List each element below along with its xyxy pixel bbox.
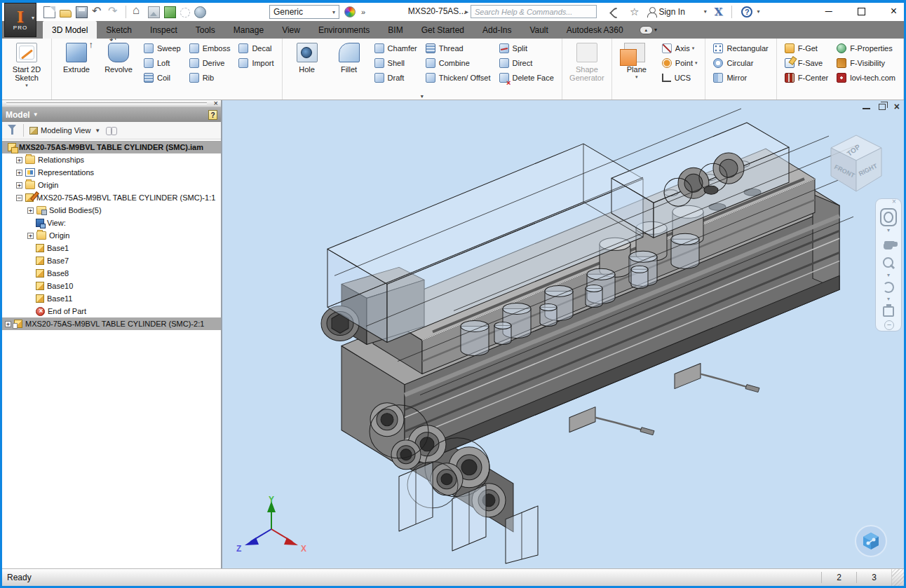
minimize-button[interactable]: ─ (825, 6, 832, 17)
tab-3d-model[interactable]: 3D Model (43, 21, 97, 39)
application-menu-button[interactable]: I PRO ▾ (4, 3, 36, 37)
tab-bim[interactable]: BIM (379, 21, 412, 39)
tree-item-mxs20-75as-m9bvl-table-cylinder-smc-iam[interactable]: MXS20-75AS-M9BVL TABLE CYLINDER (SMC).ia… (2, 141, 221, 153)
tree-item-relationships[interactable]: +Relationships (2, 153, 221, 166)
chevron-down-icon[interactable]: ▼ (33, 111, 208, 118)
tree-item-base8[interactable]: Base8 (2, 267, 221, 280)
tree-item-mxs20-75as-m9bvl-table-cylinder-smc-1-1[interactable]: −MXS20-75AS-M9BVL TABLE CYLINDER (SMC)-1… (2, 191, 221, 204)
favorites-star-icon[interactable]: ☆ (630, 6, 639, 17)
f-properties-button[interactable]: F-Properties (834, 41, 898, 55)
start-2d-sketch-button[interactable]: Start 2D Sketch▾ (6, 41, 48, 88)
tab-view[interactable]: View (273, 21, 309, 39)
tab-add-ins[interactable]: Add-Ins (473, 21, 520, 39)
tree-expander[interactable]: + (5, 321, 11, 327)
tree-expander[interactable]: + (27, 207, 34, 214)
view-cube[interactable]: TOP FRONT RIGHT (825, 131, 887, 196)
circular-button[interactable]: Circular (710, 55, 771, 70)
revolve-button[interactable]: Revolve (97, 41, 140, 74)
tree-item-base1[interactable]: Base1 (2, 242, 221, 254)
app-exchange-icon[interactable]: X (715, 6, 723, 18)
tree-item-mxs20-75as-m9bvl-table-cylinder-smc-2-1[interactable]: +MXS20-75AS-M9BVL TABLE CYLINDER (SMC)-2… (2, 317, 221, 330)
shell-button[interactable]: Shell (372, 55, 420, 70)
material-browser-icon[interactable] (194, 6, 206, 18)
hole-button[interactable]: Hole (286, 41, 328, 74)
new-file-icon[interactable] (43, 6, 55, 18)
f-center-button[interactable]: F-Center (782, 70, 831, 85)
thread-button[interactable]: Thread (423, 41, 494, 55)
cad-model[interactable] (222, 100, 904, 568)
split-button[interactable]: Split (496, 41, 557, 55)
tree-item-end-of-part[interactable]: End of Part (2, 305, 221, 317)
close-icon[interactable] (891, 200, 899, 207)
redo-icon[interactable] (108, 6, 120, 18)
browser-close-button[interactable]: × (211, 100, 221, 107)
sign-in-button[interactable]: Sign In (658, 7, 684, 17)
update-model-icon[interactable] (164, 6, 176, 18)
find-binoculars-icon[interactable] (106, 127, 117, 134)
a360-share-button[interactable] (855, 525, 887, 557)
f-visibility-button[interactable]: F-Visibility (834, 55, 898, 70)
home-icon[interactable] (132, 6, 144, 18)
material-dropdown[interactable]: Generic ▾ (269, 5, 339, 19)
tree-item-base7[interactable]: Base7 (2, 254, 221, 267)
loft-button[interactable]: Loft (141, 55, 184, 70)
delete-face-button[interactable]: Delete Face (496, 70, 557, 85)
tab-sketch[interactable]: Sketch (97, 21, 141, 39)
draft-button[interactable]: Draft (372, 70, 420, 85)
tree-expander[interactable]: + (16, 170, 22, 176)
tree-item-base10[interactable]: Base10 (2, 280, 221, 292)
resize-grip[interactable] (891, 569, 904, 586)
axis-button[interactable]: Axis▾ (659, 41, 701, 55)
ucs-button[interactable]: UCS (659, 70, 701, 85)
tree-item-solid-bodies-5[interactable]: +Solid Bodies(5) (2, 204, 221, 217)
tab-tools[interactable]: Tools (187, 21, 224, 39)
fillet-button[interactable]: Fillet (328, 41, 370, 74)
orbit-icon[interactable] (880, 280, 897, 295)
open-file-icon[interactable] (60, 10, 72, 18)
tree-expander[interactable]: + (27, 233, 34, 239)
browser-grip[interactable]: × (2, 100, 221, 107)
chevron-down-icon[interactable]: ▼ (95, 128, 100, 134)
tree-expander[interactable]: + (16, 182, 22, 189)
search-input[interactable] (471, 5, 597, 18)
satellite-dish-icon[interactable] (611, 6, 621, 17)
filter-icon[interactable] (8, 125, 16, 134)
import-button[interactable]: Import (236, 55, 276, 70)
chevron-down-icon[interactable]: ▾ (704, 8, 707, 15)
ribbon-display-toggle[interactable]: ▴ ▾ (640, 21, 658, 39)
f-get-button[interactable]: F-Get (782, 41, 831, 55)
document-minimize-button[interactable] (863, 104, 870, 109)
tab-get-started[interactable]: Get Started (412, 21, 473, 39)
tree-expander[interactable]: + (16, 157, 22, 163)
f-save-button[interactable]: F-Save (782, 55, 831, 70)
thicken-offset-button[interactable]: Thicken/ Offset (423, 70, 494, 85)
close-button[interactable]: × (891, 6, 897, 17)
zoom-window-icon[interactable] (880, 256, 897, 271)
rib-button[interactable]: Rib (187, 70, 234, 85)
browser-header[interactable]: Model ▼ ? (2, 107, 221, 122)
document-restore-button[interactable] (879, 104, 886, 110)
document-close-button[interactable]: × (894, 102, 900, 111)
tab-vault[interactable]: Vault (520, 21, 557, 39)
extrude-button[interactable]: Extrude (55, 41, 97, 74)
appearance-color-wheel-icon[interactable] (344, 6, 356, 18)
tree-item-base11[interactable]: Base11 (2, 292, 221, 305)
help-icon[interactable]: ? (741, 6, 752, 18)
tree-item-view[interactable]: View: (2, 217, 221, 229)
dropdown-arrow-icon[interactable]: ▾ (887, 228, 890, 233)
tree-expander[interactable]: − (16, 195, 22, 201)
pan-hand-icon[interactable] (880, 238, 897, 253)
coil-button[interactable]: Coil (141, 70, 184, 85)
lovi-tech-com-button[interactable]: lovi-tech.com (834, 70, 898, 85)
navigation-wheel-icon[interactable] (880, 208, 897, 226)
tab-manage[interactable]: Manage (224, 21, 273, 39)
look-at-icon[interactable] (880, 303, 897, 319)
chamfer-button[interactable]: Chamfer (372, 41, 420, 55)
rectangular-button[interactable]: Rectangular (710, 41, 771, 55)
tree-item-representations[interactable]: +Representations (2, 166, 221, 179)
maximize-button[interactable] (858, 8, 865, 15)
select-icon[interactable] (180, 8, 190, 18)
combine-button[interactable]: Combine (423, 55, 494, 70)
tab-autodesk-a360[interactable]: Autodesk A360 (557, 21, 633, 39)
save-icon[interactable] (76, 6, 88, 18)
